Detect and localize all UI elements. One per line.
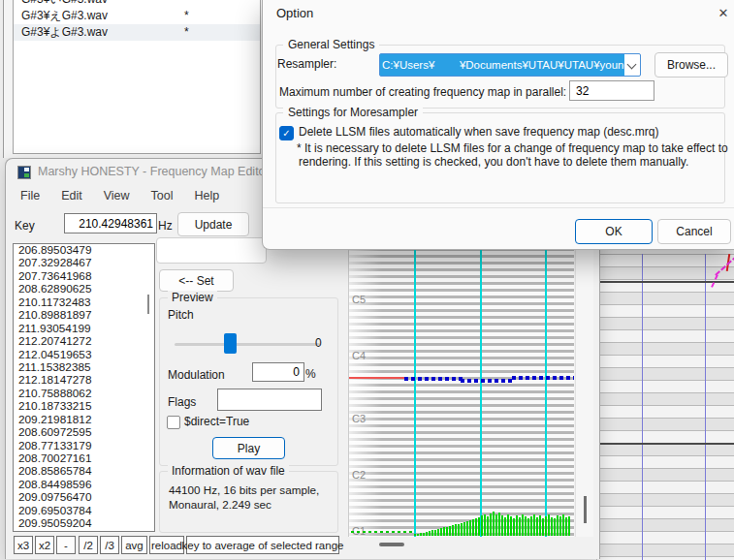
dialog-title: Option xyxy=(276,6,313,20)
frequency-row[interactable]: 210.11732483 xyxy=(14,296,154,309)
frequency-list[interactable]: 206.89503479207.32928467207.73641968208.… xyxy=(13,243,155,532)
toolbar-button-key-to-average-of-selected-range[interactable]: key to average of selected range xyxy=(186,536,339,554)
toolbar-button-x2[interactable]: x2 xyxy=(35,536,54,554)
frequency-row[interactable]: 212.20741272 xyxy=(14,335,154,348)
parallel-input[interactable] xyxy=(569,80,654,101)
background-pianoroll-panel xyxy=(596,237,734,560)
delete-llsm-checkbox[interactable]: ✓ xyxy=(279,126,294,140)
option-dialog: Option ✕ General Settings Resampler: C:¥… xyxy=(262,0,734,250)
frequency-row[interactable]: 212.18147278 xyxy=(14,374,154,387)
preview-group-label: Preview xyxy=(168,291,217,304)
frequency-row[interactable]: 209.95059204 xyxy=(14,517,154,530)
bottom-toolbar: x3x2-/2/3avgreloadkey to average of sele… xyxy=(6,534,599,557)
toolbar-button--3[interactable]: /3 xyxy=(100,536,119,554)
close-icon[interactable]: ✕ xyxy=(714,3,733,22)
frequency-row[interactable]: 206.89503479 xyxy=(14,244,154,257)
octave-label-c3: C3 xyxy=(352,413,366,424)
frequency-row[interactable]: 208.84498596 xyxy=(14,479,154,491)
key-label: Key xyxy=(15,219,35,233)
menu-edit[interactable]: Edit xyxy=(50,189,93,202)
power-bar xyxy=(446,527,448,536)
power-bar xyxy=(466,521,468,536)
scrollbar-thumb[interactable] xyxy=(584,496,587,523)
cyan-marker-line xyxy=(414,241,416,537)
chevron-down-icon[interactable] xyxy=(624,54,640,76)
power-bar xyxy=(469,520,471,536)
resampler-combobox[interactable]: C:¥Users¥ ¥Documents¥UTAU¥UTAU¥young3.e xyxy=(379,53,641,77)
wav-info-line2: Monaural, 2.249 sec xyxy=(169,498,271,511)
scrollbar-thumb[interactable] xyxy=(147,295,149,314)
power-bar xyxy=(565,517,567,536)
wav-list[interactable]: G#3¥いG#3.wav*G#3¥えG#3.wav*G#3¥よG#3.wav* xyxy=(13,0,261,154)
update-button[interactable]: Update xyxy=(177,212,249,236)
power-bar xyxy=(472,519,474,536)
toolbar-button--2[interactable]: /2 xyxy=(79,536,98,554)
graph-horizontal-scrollbar-thumb[interactable] xyxy=(379,543,404,546)
pitch-dotted-line xyxy=(512,376,574,380)
ok-button[interactable]: OK xyxy=(575,219,653,244)
power-bar xyxy=(437,529,439,536)
pitch-slider-thumb[interactable] xyxy=(224,333,237,354)
wav-file-name: G#3¥えG#3.wav xyxy=(21,8,108,24)
frequency-row[interactable]: 208.60972595 xyxy=(14,426,154,439)
frequency-row[interactable]: 208.85865784 xyxy=(14,465,154,478)
frequency-row[interactable]: 210.18733215 xyxy=(14,400,154,413)
power-bar xyxy=(559,516,561,536)
power-bar xyxy=(484,514,486,536)
power-bar xyxy=(487,516,489,536)
frequency-list-scrollbar[interactable] xyxy=(143,244,154,531)
frequency-row[interactable]: 209.09756470 xyxy=(14,491,154,504)
frequency-row[interactable]: 209.21981812 xyxy=(14,414,154,426)
wav-list-item[interactable]: G#3¥えG#3.wav* xyxy=(14,8,260,24)
wav-list-item[interactable]: G#3¥よG#3.wav* xyxy=(14,24,260,41)
menu-help[interactable]: Help xyxy=(184,189,231,202)
wav-list-window: G#3¥いG#3.wav*G#3¥えG#3.wav*G#3¥よG#3.wav* xyxy=(3,0,263,158)
wav-info-line1: 44100 Hz, 16 bits per sample, xyxy=(169,483,319,496)
toolbar-button-avg[interactable]: avg xyxy=(121,536,147,554)
power-bar xyxy=(426,532,428,536)
power-bar xyxy=(429,531,431,536)
power-bar xyxy=(539,515,541,536)
menu-tool[interactable]: Tool xyxy=(141,189,184,202)
frequency-row[interactable]: 211.15382385 xyxy=(14,361,154,374)
hz-label: Hz xyxy=(158,219,173,233)
frequency-row[interactable]: 208.77133179 xyxy=(14,440,154,452)
frequency-row[interactable]: 208.62890625 xyxy=(14,283,154,296)
pitch-slider-track[interactable] xyxy=(175,343,320,346)
graph-vertical-scrollbar[interactable] xyxy=(575,241,593,537)
flags-input[interactable] xyxy=(217,389,322,411)
power-bar xyxy=(498,513,500,536)
power-bar xyxy=(510,516,512,536)
frequency-row[interactable]: 209.69503784 xyxy=(14,505,154,517)
menu-view[interactable]: View xyxy=(93,189,141,202)
frequency-graph[interactable]: C5C4C3C2C1 xyxy=(348,241,574,537)
cancel-button[interactable]: Cancel xyxy=(657,219,731,244)
power-bar xyxy=(516,515,518,536)
octave-label-c5: C5 xyxy=(352,294,366,305)
power-bar xyxy=(434,530,436,536)
play-button[interactable]: Play xyxy=(212,437,285,459)
set-button[interactable]: <-- Set xyxy=(159,269,234,292)
key-input[interactable] xyxy=(64,213,157,233)
frequency-row[interactable]: 210.89881897 xyxy=(14,309,154,322)
frequency-row[interactable]: 208.70027161 xyxy=(14,452,154,465)
toolbar-button-reload[interactable]: reload xyxy=(149,536,184,554)
browse-button[interactable]: Browse... xyxy=(654,52,728,78)
menu-file[interactable]: File xyxy=(10,189,50,202)
power-bar xyxy=(423,533,425,536)
toolbar-button--[interactable]: - xyxy=(56,536,76,554)
power-bar xyxy=(455,524,457,536)
direct-checkbox-label: $direct=True xyxy=(184,415,249,428)
direct-checkbox[interactable] xyxy=(167,416,180,429)
frequency-row[interactable]: 210.75888062 xyxy=(14,388,154,400)
selected-value-input[interactable] xyxy=(156,237,267,264)
frequency-row[interactable]: 211.93054199 xyxy=(14,323,154,335)
pitch-label: Pitch xyxy=(168,308,194,322)
frequency-row[interactable]: 207.32928467 xyxy=(14,257,154,269)
toolbar-button-x3[interactable]: x3 xyxy=(14,536,33,554)
modulation-input[interactable] xyxy=(252,362,304,382)
wav-list-item[interactable]: G#3¥いG#3.wav* xyxy=(14,0,260,8)
frequency-row[interactable]: 207.73641968 xyxy=(14,270,154,283)
llsm-note-line1: * It is necessary to delete LLSM files f… xyxy=(297,141,728,155)
frequency-row[interactable]: 212.04519653 xyxy=(14,349,154,361)
